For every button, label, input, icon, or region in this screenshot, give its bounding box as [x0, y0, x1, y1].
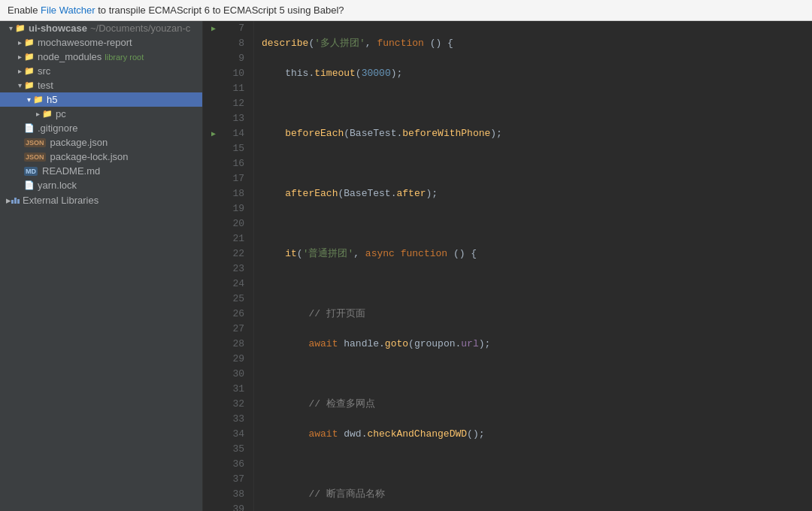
- gutter-34: [203, 427, 224, 442]
- gutter-19: [203, 201, 224, 216]
- file-watcher-link[interactable]: File Watcher: [41, 5, 95, 16]
- chevron-right-icon: ▸: [6, 195, 11, 206]
- gutter-14: ▶: [203, 126, 224, 141]
- sidebar-item-src[interactable]: ▸ 📁 src: [0, 64, 202, 78]
- code-line-9: [262, 96, 804, 111]
- line-num-13: 13: [230, 111, 247, 126]
- code-area: ▶ ▶: [203, 21, 812, 511]
- code-editor[interactable]: ▶ ▶: [203, 21, 812, 511]
- code-line-16: // 打开页面: [262, 307, 804, 322]
- sidebar-item-label: src: [38, 65, 50, 77]
- line-numbers: 7 8 9 10 11 12 13 14 15 16 17 18 19 20 2…: [224, 21, 254, 511]
- notification-text: Enable File Watcher to transpile ECMAScr…: [8, 5, 344, 16]
- line-num-30: 30: [230, 367, 247, 382]
- chevron-right-icon: ▸: [15, 53, 24, 61]
- code-line-20: await dwd.checkAndChangeDWD();: [262, 427, 804, 442]
- line-num-37: 37: [230, 472, 247, 487]
- line-num-38: 38: [230, 487, 247, 502]
- gutter-36: [203, 457, 224, 472]
- gutter-29: [203, 352, 224, 367]
- json-icon: JSON: [24, 138, 46, 147]
- gutter-9: [203, 51, 224, 66]
- gutter-10: [203, 66, 224, 81]
- gutter-28: [203, 337, 224, 352]
- gutter-16: [203, 156, 224, 171]
- gutter-13: [203, 111, 224, 126]
- line-num-20: 20: [230, 216, 247, 231]
- gutter-33: [203, 412, 224, 427]
- sidebar-item-label: README.md: [42, 165, 100, 177]
- sidebar-item-readme[interactable]: ▸ MD README.md: [0, 164, 202, 178]
- gutter-23: [203, 262, 224, 277]
- gutter-20: [203, 216, 224, 231]
- file-icon: 📄: [24, 180, 35, 190]
- line-num-26: 26: [230, 307, 247, 322]
- sidebar-item-label: package.json: [50, 137, 108, 148]
- folder-open-icon: 📁: [33, 95, 44, 104]
- line-num-23: 23: [230, 262, 247, 277]
- code-line-22: // 断言商品名称: [262, 487, 804, 502]
- line-num-10: 10: [230, 66, 247, 81]
- code-line-19: // 检查多网点: [262, 397, 804, 412]
- sidebar-item-label: mochawesome-report: [38, 37, 132, 48]
- line-num-8: 8: [230, 36, 247, 51]
- gutter-24: [203, 277, 224, 292]
- sidebar-item-yarn-lock[interactable]: ▸ 📄 yarn.lock: [0, 178, 202, 192]
- line-num-19: 19: [230, 201, 247, 216]
- line-num-31: 31: [230, 382, 247, 397]
- chevron-right-icon: ▸: [15, 38, 24, 47]
- sidebar-item-label: package-lock.json: [50, 151, 129, 162]
- sidebar-item-node-modules[interactable]: ▸ 📁 node_modules library root: [0, 50, 202, 64]
- gutter-32: [203, 397, 224, 412]
- sidebar-item-package-json[interactable]: ▸ JSON package.json: [0, 135, 202, 150]
- line-num-35: 35: [230, 442, 247, 457]
- chevron-down-icon: ▾: [15, 81, 24, 89]
- code-line-11: [262, 156, 804, 171]
- sidebar-item-package-lock[interactable]: ▸ JSON package-lock.json: [0, 150, 202, 164]
- gutter-8: [203, 36, 224, 51]
- gutter-27: [203, 322, 224, 337]
- code-line-18: [262, 367, 804, 382]
- project-name: ui-showcase: [29, 23, 87, 34]
- line-num-39: 39: [230, 502, 247, 511]
- line-num-25: 25: [230, 292, 247, 307]
- gutter-39: [203, 502, 224, 511]
- main-area: ▾ 📁 ui-showcase ~/Documents/youzan-c ▸ 📁…: [0, 21, 812, 511]
- project-root[interactable]: ▾ 📁 ui-showcase ~/Documents/youzan-c: [0, 21, 202, 35]
- sidebar: ▾ 📁 ui-showcase ~/Documents/youzan-c ▸ 📁…: [0, 21, 203, 511]
- sidebar-item-label: External Libraries: [23, 195, 98, 206]
- sidebar-item-gitignore[interactable]: ▸ 📄 .gitignore: [0, 121, 202, 135]
- sidebar-item-external-libraries[interactable]: ▸ External Libraries: [0, 192, 202, 208]
- chevron-right-icon: ▸: [15, 67, 24, 75]
- sidebar-item-label: pc: [56, 108, 66, 119]
- code-line-13: [262, 216, 804, 231]
- line-num-14: 14: [230, 126, 247, 141]
- code-line-10: beforeEach(BaseTest.beforeWithPhone);: [262, 126, 804, 141]
- json-icon: JSON: [24, 153, 46, 162]
- code-content: describe('多人拼团', function () { this.time…: [254, 21, 812, 511]
- notification-bar: Enable File Watcher to transpile ECMAScr…: [0, 0, 812, 21]
- sidebar-item-pc[interactable]: ▸ 📁 pc: [0, 107, 202, 121]
- line-num-21: 21: [230, 231, 247, 246]
- gutter-31: [203, 382, 224, 397]
- line-num-24: 24: [230, 277, 247, 292]
- sidebar-item-test[interactable]: ▾ 📁 test: [0, 78, 202, 92]
- folder-icon: 📁: [42, 109, 53, 119]
- gutter-17: [203, 171, 224, 186]
- library-root-badge: library root: [105, 53, 144, 62]
- code-line-8: this.timeout(30000);: [262, 66, 804, 81]
- line-num-33: 33: [230, 412, 247, 427]
- code-line-7: describe('多人拼团', function () {: [262, 36, 804, 51]
- sidebar-item-h5[interactable]: ▾ 📁 h5: [0, 92, 202, 107]
- gutter-column: ▶ ▶: [203, 21, 224, 511]
- md-icon: MD: [24, 167, 38, 176]
- gutter-25: [203, 292, 224, 307]
- sidebar-item-mochawesome[interactable]: ▸ 📁 mochawesome-report: [0, 35, 202, 50]
- line-num-28: 28: [230, 337, 247, 352]
- line-num-27: 27: [230, 322, 247, 337]
- chevron-down-icon: ▾: [6, 24, 15, 32]
- gutter-26: [203, 307, 224, 322]
- chevron-down-icon: ▾: [24, 95, 33, 104]
- sidebar-item-label: .gitignore: [38, 122, 77, 134]
- line-num-11: 11: [230, 81, 247, 96]
